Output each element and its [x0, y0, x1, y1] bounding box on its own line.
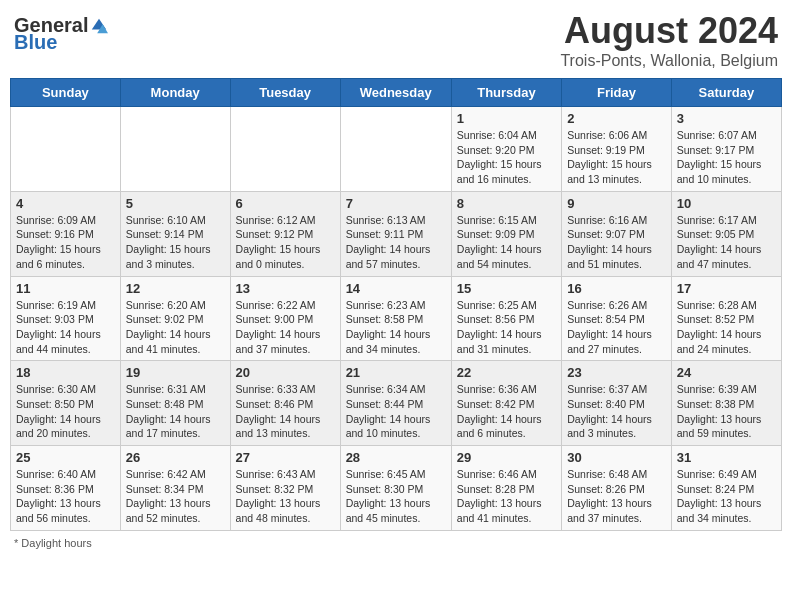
day-header-monday: Monday [120, 79, 230, 107]
day-number: 12 [126, 281, 225, 296]
day-info: Sunrise: 6:16 AMSunset: 9:07 PMDaylight:… [567, 213, 666, 272]
week-row-1: 1Sunrise: 6:04 AMSunset: 9:20 PMDaylight… [11, 107, 782, 192]
day-info: Sunrise: 6:43 AMSunset: 8:32 PMDaylight:… [236, 467, 335, 526]
calendar-cell: 1Sunrise: 6:04 AMSunset: 9:20 PMDaylight… [451, 107, 561, 192]
day-number: 23 [567, 365, 666, 380]
day-number: 20 [236, 365, 335, 380]
calendar-cell: 5Sunrise: 6:10 AMSunset: 9:14 PMDaylight… [120, 191, 230, 276]
calendar-cell: 17Sunrise: 6:28 AMSunset: 8:52 PMDayligh… [671, 276, 781, 361]
page-title: August 2024 [560, 10, 778, 52]
calendar-cell: 29Sunrise: 6:46 AMSunset: 8:28 PMDayligh… [451, 446, 561, 531]
calendar-cell [120, 107, 230, 192]
calendar-cell: 9Sunrise: 6:16 AMSunset: 9:07 PMDaylight… [562, 191, 672, 276]
day-number: 1 [457, 111, 556, 126]
day-number: 15 [457, 281, 556, 296]
calendar-cell: 26Sunrise: 6:42 AMSunset: 8:34 PMDayligh… [120, 446, 230, 531]
day-info: Sunrise: 6:15 AMSunset: 9:09 PMDaylight:… [457, 213, 556, 272]
calendar-cell: 19Sunrise: 6:31 AMSunset: 8:48 PMDayligh… [120, 361, 230, 446]
day-number: 4 [16, 196, 115, 211]
day-number: 31 [677, 450, 776, 465]
calendar-cell: 25Sunrise: 6:40 AMSunset: 8:36 PMDayligh… [11, 446, 121, 531]
day-info: Sunrise: 6:46 AMSunset: 8:28 PMDaylight:… [457, 467, 556, 526]
header: General Blue August 2024 Trois-Ponts, Wa… [10, 10, 782, 70]
day-number: 24 [677, 365, 776, 380]
calendar-cell: 14Sunrise: 6:23 AMSunset: 8:58 PMDayligh… [340, 276, 451, 361]
day-info: Sunrise: 6:39 AMSunset: 8:38 PMDaylight:… [677, 382, 776, 441]
day-number: 16 [567, 281, 666, 296]
calendar-cell: 28Sunrise: 6:45 AMSunset: 8:30 PMDayligh… [340, 446, 451, 531]
calendar-cell: 24Sunrise: 6:39 AMSunset: 8:38 PMDayligh… [671, 361, 781, 446]
day-number: 27 [236, 450, 335, 465]
day-info: Sunrise: 6:26 AMSunset: 8:54 PMDaylight:… [567, 298, 666, 357]
day-header-sunday: Sunday [11, 79, 121, 107]
day-info: Sunrise: 6:40 AMSunset: 8:36 PMDaylight:… [16, 467, 115, 526]
calendar-cell: 23Sunrise: 6:37 AMSunset: 8:40 PMDayligh… [562, 361, 672, 446]
page-subtitle: Trois-Ponts, Wallonia, Belgium [560, 52, 778, 70]
day-number: 7 [346, 196, 446, 211]
day-number: 14 [346, 281, 446, 296]
week-row-4: 18Sunrise: 6:30 AMSunset: 8:50 PMDayligh… [11, 361, 782, 446]
calendar-cell: 8Sunrise: 6:15 AMSunset: 9:09 PMDaylight… [451, 191, 561, 276]
day-info: Sunrise: 6:49 AMSunset: 8:24 PMDaylight:… [677, 467, 776, 526]
calendar-cell: 15Sunrise: 6:25 AMSunset: 8:56 PMDayligh… [451, 276, 561, 361]
day-info: Sunrise: 6:36 AMSunset: 8:42 PMDaylight:… [457, 382, 556, 441]
calendar-cell: 16Sunrise: 6:26 AMSunset: 8:54 PMDayligh… [562, 276, 672, 361]
day-number: 6 [236, 196, 335, 211]
day-number: 2 [567, 111, 666, 126]
calendar-cell: 30Sunrise: 6:48 AMSunset: 8:26 PMDayligh… [562, 446, 672, 531]
day-info: Sunrise: 6:30 AMSunset: 8:50 PMDaylight:… [16, 382, 115, 441]
day-info: Sunrise: 6:04 AMSunset: 9:20 PMDaylight:… [457, 128, 556, 187]
day-header-thursday: Thursday [451, 79, 561, 107]
day-info: Sunrise: 6:37 AMSunset: 8:40 PMDaylight:… [567, 382, 666, 441]
calendar-cell [230, 107, 340, 192]
logo-icon [90, 17, 108, 35]
day-info: Sunrise: 6:31 AMSunset: 8:48 PMDaylight:… [126, 382, 225, 441]
day-info: Sunrise: 6:23 AMSunset: 8:58 PMDaylight:… [346, 298, 446, 357]
day-info: Sunrise: 6:17 AMSunset: 9:05 PMDaylight:… [677, 213, 776, 272]
day-info: Sunrise: 6:07 AMSunset: 9:17 PMDaylight:… [677, 128, 776, 187]
calendar-cell: 7Sunrise: 6:13 AMSunset: 9:11 PMDaylight… [340, 191, 451, 276]
week-row-2: 4Sunrise: 6:09 AMSunset: 9:16 PMDaylight… [11, 191, 782, 276]
day-number: 19 [126, 365, 225, 380]
day-info: Sunrise: 6:34 AMSunset: 8:44 PMDaylight:… [346, 382, 446, 441]
day-info: Sunrise: 6:20 AMSunset: 9:02 PMDaylight:… [126, 298, 225, 357]
calendar-cell [340, 107, 451, 192]
day-number: 25 [16, 450, 115, 465]
day-number: 29 [457, 450, 556, 465]
title-area: August 2024 Trois-Ponts, Wallonia, Belgi… [560, 10, 778, 70]
logo: General Blue [14, 10, 108, 54]
day-header-saturday: Saturday [671, 79, 781, 107]
day-info: Sunrise: 6:33 AMSunset: 8:46 PMDaylight:… [236, 382, 335, 441]
calendar-cell: 21Sunrise: 6:34 AMSunset: 8:44 PMDayligh… [340, 361, 451, 446]
calendar-cell: 10Sunrise: 6:17 AMSunset: 9:05 PMDayligh… [671, 191, 781, 276]
calendar-table: SundayMondayTuesdayWednesdayThursdayFrid… [10, 78, 782, 531]
day-number: 22 [457, 365, 556, 380]
day-number: 9 [567, 196, 666, 211]
day-info: Sunrise: 6:10 AMSunset: 9:14 PMDaylight:… [126, 213, 225, 272]
day-header-friday: Friday [562, 79, 672, 107]
day-number: 10 [677, 196, 776, 211]
day-number: 13 [236, 281, 335, 296]
calendar-cell: 4Sunrise: 6:09 AMSunset: 9:16 PMDaylight… [11, 191, 121, 276]
day-number: 28 [346, 450, 446, 465]
day-info: Sunrise: 6:12 AMSunset: 9:12 PMDaylight:… [236, 213, 335, 272]
calendar-cell: 13Sunrise: 6:22 AMSunset: 9:00 PMDayligh… [230, 276, 340, 361]
calendar-cell: 11Sunrise: 6:19 AMSunset: 9:03 PMDayligh… [11, 276, 121, 361]
footer-text: Daylight hours [21, 537, 91, 549]
day-number: 11 [16, 281, 115, 296]
day-info: Sunrise: 6:19 AMSunset: 9:03 PMDaylight:… [16, 298, 115, 357]
calendar-cell: 12Sunrise: 6:20 AMSunset: 9:02 PMDayligh… [120, 276, 230, 361]
day-info: Sunrise: 6:28 AMSunset: 8:52 PMDaylight:… [677, 298, 776, 357]
week-row-5: 25Sunrise: 6:40 AMSunset: 8:36 PMDayligh… [11, 446, 782, 531]
day-number: 18 [16, 365, 115, 380]
footer-note: * Daylight hours [10, 537, 782, 549]
calendar-cell: 2Sunrise: 6:06 AMSunset: 9:19 PMDaylight… [562, 107, 672, 192]
calendar-cell: 22Sunrise: 6:36 AMSunset: 8:42 PMDayligh… [451, 361, 561, 446]
day-number: 8 [457, 196, 556, 211]
day-header-wednesday: Wednesday [340, 79, 451, 107]
logo-blue: Blue [14, 31, 57, 54]
day-number: 5 [126, 196, 225, 211]
week-row-3: 11Sunrise: 6:19 AMSunset: 9:03 PMDayligh… [11, 276, 782, 361]
calendar-cell: 20Sunrise: 6:33 AMSunset: 8:46 PMDayligh… [230, 361, 340, 446]
day-number: 3 [677, 111, 776, 126]
